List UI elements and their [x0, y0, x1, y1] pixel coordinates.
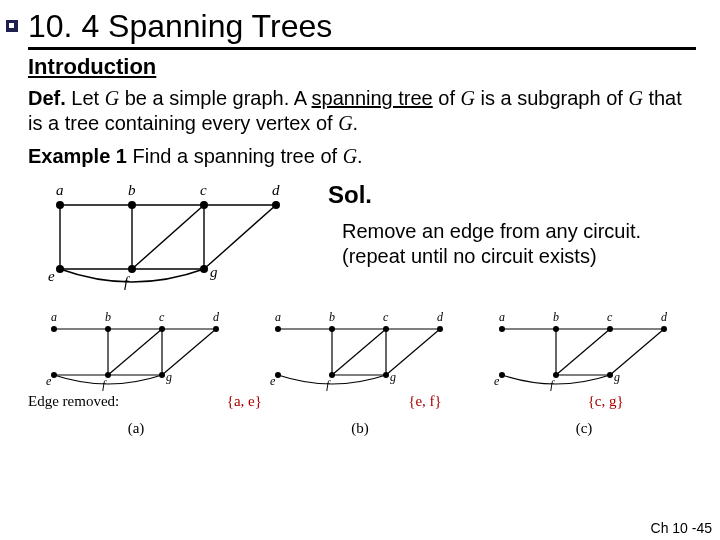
svg-point-60: [329, 372, 335, 378]
svg-text:a: a: [56, 182, 64, 198]
svg-text:c: c: [159, 310, 165, 324]
svg-text:a: a: [275, 310, 281, 324]
example-label: Example 1: [28, 145, 127, 167]
svg-line-51: [332, 329, 386, 375]
svg-point-80: [499, 372, 505, 378]
svg-text:d: d: [661, 310, 668, 324]
svg-point-37: [51, 372, 57, 378]
svg-text:g: g: [390, 370, 396, 384]
svg-point-34: [105, 326, 111, 332]
svg-text:e: e: [46, 374, 52, 388]
svg-text:d: d: [272, 182, 280, 198]
graph-steps-row: ab cd efg ab cd efg: [24, 305, 696, 391]
svg-point-10: [56, 201, 64, 209]
svg-text:a: a: [51, 310, 57, 324]
graph-main-svg: a b c d e f g: [24, 177, 314, 297]
svg-point-38: [105, 372, 111, 378]
svg-line-28: [108, 329, 162, 375]
svg-point-58: [437, 326, 443, 332]
svg-text:b: b: [553, 310, 559, 324]
svg-point-82: [607, 372, 613, 378]
page-title: 10. 4 Spanning Trees: [28, 8, 696, 50]
svg-text:e: e: [270, 374, 276, 388]
svg-line-74: [610, 329, 664, 375]
sub-a: (a): [24, 420, 248, 437]
svg-line-73: [556, 329, 610, 375]
svg-point-39: [159, 372, 165, 378]
svg-point-78: [607, 326, 613, 332]
svg-point-55: [275, 326, 281, 332]
svg-point-14: [56, 265, 64, 273]
term-spanning-tree: spanning tree: [312, 87, 433, 109]
edge-removed-label: Edge removed:: [24, 393, 154, 410]
svg-point-61: [383, 372, 389, 378]
svg-line-30: [162, 329, 216, 375]
svg-point-57: [383, 326, 389, 332]
svg-point-15: [128, 265, 136, 273]
svg-line-5: [132, 205, 204, 269]
svg-line-7: [204, 205, 276, 269]
svg-point-59: [275, 372, 281, 378]
svg-text:g: g: [210, 264, 218, 280]
svg-text:b: b: [329, 310, 335, 324]
page-footer: Ch 10 -45: [651, 520, 712, 536]
graph-step-b: ab cd efg: [248, 305, 472, 391]
svg-point-36: [213, 326, 219, 332]
svg-point-79: [661, 326, 667, 332]
svg-text:c: c: [200, 182, 207, 198]
section-heading: Introduction: [28, 54, 696, 80]
svg-text:e: e: [48, 268, 55, 284]
sub-b: (b): [248, 420, 472, 437]
svg-text:g: g: [614, 370, 620, 384]
svg-text:a: a: [499, 310, 505, 324]
removed-b: {e, f}: [335, 393, 516, 410]
sub-c: (c): [472, 420, 696, 437]
solution-text: Remove an edge from any circuit. (repeat…: [328, 219, 696, 269]
svg-point-16: [200, 265, 208, 273]
graph-main: a b c d e f g: [24, 177, 314, 297]
svg-point-13: [272, 201, 280, 209]
svg-point-56: [329, 326, 335, 332]
svg-text:b: b: [105, 310, 111, 324]
svg-line-53: [386, 329, 440, 375]
svg-point-11: [128, 201, 136, 209]
graph-step-c: ab cd efg: [472, 305, 696, 391]
edge-removed-row: Edge removed: {a, e} {e, f} {c, g}: [24, 393, 696, 410]
svg-text:g: g: [166, 370, 172, 384]
subfigure-labels: (a) (b) (c): [24, 420, 696, 437]
def-label: Def.: [28, 87, 66, 109]
example-paragraph: Example 1 Find a spanning tree of G.: [28, 144, 692, 169]
slide-bullet-icon: [6, 20, 18, 32]
graph-step-a: ab cd efg: [24, 305, 248, 391]
definition-paragraph: Def. Let G be a simple graph. A spanning…: [28, 86, 692, 136]
svg-point-33: [51, 326, 57, 332]
svg-point-35: [159, 326, 165, 332]
svg-text:c: c: [607, 310, 613, 324]
svg-point-76: [499, 326, 505, 332]
svg-point-12: [200, 201, 208, 209]
removed-c: {c, g}: [515, 393, 696, 410]
solution-label: Sol.: [328, 181, 696, 209]
svg-text:c: c: [383, 310, 389, 324]
svg-text:d: d: [213, 310, 220, 324]
svg-text:e: e: [494, 374, 500, 388]
svg-text:d: d: [437, 310, 444, 324]
svg-point-77: [553, 326, 559, 332]
svg-text:b: b: [128, 182, 136, 198]
removed-a: {a, e}: [154, 393, 335, 410]
svg-point-81: [553, 372, 559, 378]
